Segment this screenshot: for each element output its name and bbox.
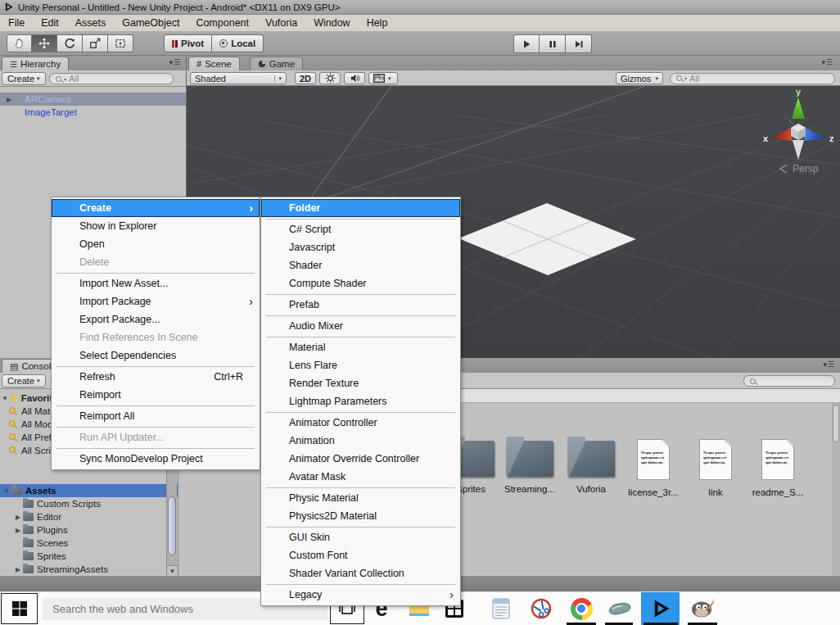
project-tree-item-assets[interactable]: ▼Assets [0,484,178,497]
panel-menu-icon[interactable]: ▾☰ [823,360,835,369]
menubar-item-help[interactable]: Help [359,15,396,31]
step-button[interactable] [566,34,592,53]
menu-item-import-package[interactable]: Import Package› [52,292,260,310]
menu-item-reimport[interactable]: Reimport [52,386,260,404]
project-tree-item-sprites[interactable]: Sprites [0,550,178,563]
menu-item-lens-flare[interactable]: Lens Flare [261,356,460,374]
project-item-streaming[interactable]: Streaming... [501,439,558,494]
menu-item-create[interactable]: Create› [52,199,260,217]
expand-arrow-icon[interactable]: ▶ [7,96,11,103]
menubar-item-component[interactable]: Component [187,15,257,31]
tab-game[interactable]: Game [250,57,303,70]
menu-item-refresh[interactable]: RefreshCtrl+R [52,368,260,386]
project-item-link[interactable]: Neque porro quisquam est qui dolorem.lin… [687,439,744,497]
rect-tool-button[interactable] [108,34,133,52]
project-item-vuforia[interactable]: Vuforia [562,439,620,494]
menu-item-render-texture[interactable]: Render Texture [261,374,460,392]
expand-arrow-icon[interactable]: ▶ [13,527,23,534]
project-tree-item-plugins[interactable]: ▶Plugins [0,523,178,537]
menu-item-reimport-all[interactable]: Reimport All [52,407,260,425]
menu-item-animator-override-controller[interactable]: Animator Override Controller [261,450,460,468]
menu-item-select-dependencies[interactable]: Select Dependencies [52,346,260,365]
hierarchy-item-imagetarget[interactable]: ImageTarget [0,106,186,119]
start-button[interactable] [1,593,38,624]
project-item-readme-s[interactable]: Neque porro quisquam est qui dolorem.rea… [749,439,806,497]
project-item-license-3r[interactable]: Neque porro quisquam est qui dolorem.lic… [625,439,682,497]
content-scrollbar[interactable] [832,403,840,576]
panel-menu-icon[interactable]: ▾☰ [821,58,833,66]
project-tree-item-editor[interactable]: ▶Editor [0,510,178,523]
panel-menu-icon[interactable]: ▾☰ [169,58,181,66]
menu-item-audio-mixer[interactable]: Audio Mixer [261,317,460,335]
move-tool-button[interactable] [32,34,57,52]
project-tree-item-streamingassets[interactable]: ▶StreamingAssets [0,563,178,576]
scale-tool-button[interactable] [83,34,108,52]
expand-arrow-icon[interactable]: ▼ [2,487,11,495]
hierarchy-create-button[interactable]: Create▾ [2,72,46,85]
menu-item-animator-controller[interactable]: Animator Controller [261,414,460,432]
menu-item-prefab[interactable]: Prefab [261,296,460,314]
menu-item-javascript[interactable]: Javascript [261,238,460,256]
menu-item-folder[interactable]: Folder [261,199,460,217]
menubar-item-gameobject[interactable]: GameObject [114,15,187,31]
menu-item-shader-variant-collection[interactable]: Shader Variant Collection [261,564,460,582]
hierarchy-item-arcamera[interactable]: ▶ARCamera [0,93,186,106]
menu-item-open[interactable]: Open [52,235,260,253]
lighting-toggle-button[interactable] [319,72,341,84]
hierarchy-search-input[interactable]: ▾All [49,73,174,84]
project-tree-item-scenes[interactable]: Scenes [0,537,178,550]
scrollbar-thumb[interactable] [833,405,839,442]
2d-toggle-button[interactable]: 2D [295,72,316,84]
local-button[interactable]: Local [212,34,264,52]
unity-taskbar-button[interactable] [641,592,680,625]
menu-item-find-references-in-scene[interactable]: Find References In Scene [52,328,260,346]
teal-app-icon[interactable] [603,592,636,625]
draw-mode-dropdown[interactable]: Shaded▾ [190,72,287,84]
menubar-item-file[interactable]: File [0,15,33,31]
rotate-tool-button[interactable] [57,34,83,52]
chrome-icon[interactable] [565,592,598,625]
menu-item-animation[interactable]: Animation [261,432,460,450]
menubar-item-window[interactable]: Window [305,15,358,31]
menu-item-material[interactable]: Material [261,338,460,356]
hand-tool-button[interactable] [7,34,32,52]
gizmos-dropdown[interactable]: Gizmos▾ [616,72,663,84]
tab-scene[interactable]: #Scene [188,57,240,70]
menu-item-sync-monodevelop-project[interactable]: Sync MonoDevelop Project [52,450,260,468]
menubar-item-assets[interactable]: Assets [67,15,115,31]
menu-item-shader[interactable]: Shader [261,256,460,274]
audio-toggle-button[interactable] [344,72,365,84]
play-button[interactable] [513,34,540,53]
expand-arrow-icon[interactable]: ▶ [13,566,23,573]
scene-search-input[interactable]: ▾All [670,73,835,84]
menu-item-compute-shader[interactable]: Compute Shader [261,274,460,292]
tab-hierarchy[interactable]: ☰Hierarchy [2,57,69,70]
menu-item-avatar-mask[interactable]: Avatar Mask [261,468,460,486]
menu-item-show-in-explorer[interactable]: Show in Explorer [52,217,260,235]
expand-arrow-icon[interactable]: ▼ [0,395,10,402]
scroll-down-arrow[interactable]: ▼ [167,565,178,576]
pause-button[interactable] [540,34,566,53]
gimp-icon[interactable] [686,592,719,625]
menu-item-physics2d-material[interactable]: Physics2D Material [261,507,460,525]
menu-item-lightmap-parameters[interactable]: Lightmap Parameters [261,392,460,410]
project-tree-item-custom-scripts[interactable]: Custom Scripts [0,497,178,510]
menu-item-custom-font[interactable]: Custom Font [261,546,460,564]
menu-item-c-script[interactable]: C# Script [261,220,460,238]
effects-dropdown-button[interactable]: ▾ [368,72,398,84]
project-search-input[interactable] [743,375,835,387]
menu-item-delete[interactable]: Delete [52,253,260,271]
menu-item-gui-skin[interactable]: GUI Skin [261,528,460,546]
menubar-item-vuforia[interactable]: Vuforia [257,15,305,31]
projection-label[interactable]: Persp [793,163,819,174]
menu-item-physic-material[interactable]: Physic Material [261,489,460,507]
pivot-button[interactable]: Pivot [164,34,212,52]
scrollbar-thumb[interactable] [168,496,176,555]
menu-item-legacy[interactable]: Legacy› [261,586,460,604]
snipping-tool-icon[interactable] [525,592,558,625]
notepad-icon[interactable] [485,592,517,625]
project-create-button[interactable]: Create▾ [2,374,46,387]
menu-item-run-api-updater[interactable]: Run API Updater... [52,428,260,446]
menubar-item-edit[interactable]: Edit [33,15,67,31]
menu-item-import-new-asset[interactable]: Import New Asset... [52,274,260,292]
